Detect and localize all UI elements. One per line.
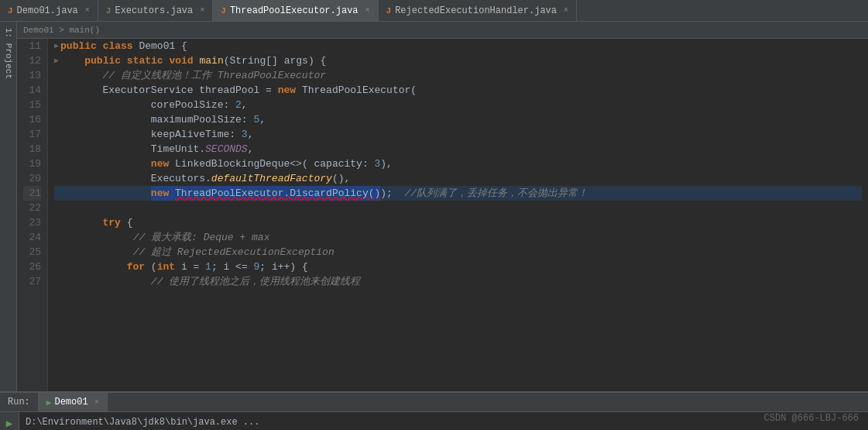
tab-run-label: Run: [0, 393, 39, 411]
tab-close-run[interactable]: × [94, 398, 99, 407]
code-line-24: ▶ // 最大承载: Deque + max [54, 230, 862, 245]
line-num-26: 26 [23, 260, 41, 274]
tab-executors[interactable]: J Executors.java × [98, 0, 213, 21]
line-num-21: 21 [23, 186, 41, 201]
line-num-19: 19 [23, 157, 41, 171]
line-num-16: 16 [23, 112, 41, 127]
line-num-27: 27 [23, 274, 41, 289]
line-num-25: 25 [23, 245, 41, 260]
fold-arrow-12[interactable]: ▶ [54, 53, 59, 68]
tab-icon-demo01: J [8, 6, 13, 15]
tab-bar: J Demo01.java × J Executors.java × J Thr… [0, 0, 868, 22]
line-num-12: 12 [23, 53, 41, 68]
line-num-14: 14 [23, 83, 41, 98]
code-line-26: for (int i = 1; i <= 9; i++) { [54, 260, 862, 274]
code-line-13: // 自定义线程池！工作 ThreadPoolExecutor [54, 68, 862, 83]
line-num-13: 13 [23, 68, 41, 83]
tab-demo01[interactable]: J Demo01.java × [0, 0, 98, 21]
code-line-16: maximumPoolSize: 5, [54, 112, 862, 127]
line-num-15: 15 [23, 98, 41, 112]
code-line-22 [54, 201, 862, 215]
tab-close-rejected[interactable]: × [564, 6, 568, 15]
tab-rejected[interactable]: J RejectedExecutionHandler.java × [379, 0, 577, 21]
code-line-14: ExecutorService threadPool = new ThreadP… [54, 83, 862, 98]
tab-close-demo01[interactable]: × [85, 6, 90, 15]
code-content: 11 12 13 14 15 16 17 18 19 20 21 22 23 2… [17, 39, 868, 391]
tab-threadpool[interactable]: J ThreadPoolExecutor.java × [213, 0, 378, 21]
code-lines[interactable]: ▶ public class Demo01 { ▶ public static … [48, 39, 868, 391]
code-line-20: Executors.defaultThreadFactory(), [54, 171, 862, 186]
run-button[interactable]: ▶ [2, 416, 16, 430]
tab-icon-executors: J [106, 6, 112, 15]
code-line-18: TimeUnit.SECONDS, [54, 142, 862, 157]
run-icon: ▶ [46, 397, 52, 408]
code-line-23: try { [54, 215, 862, 230]
code-editor: Demo01 > main() 11 12 13 14 15 16 17 18 … [17, 22, 868, 391]
tab-label-threadpool: ThreadPoolExecutor.java [230, 5, 359, 16]
line-num-22: 22 [23, 201, 41, 215]
line-num-18: 18 [23, 142, 41, 157]
main-area: 1: Project Demo01 > main() 11 12 13 14 1… [0, 22, 868, 391]
bottom-sidebar: ▶ ■ ↺ × ↓ ⚙ [0, 412, 19, 430]
tab-close-threadpool[interactable]: × [365, 6, 370, 15]
code-line-19: new LinkedBlockingDeque<>( capacity: 3), [54, 157, 862, 171]
breadcrumb: Demo01 > main() [17, 22, 868, 39]
tab-label-executors: Executors.java [115, 5, 193, 16]
tab-icon-rejected: J [386, 6, 392, 15]
code-line-11: ▶ public class Demo01 { [54, 39, 862, 53]
tab-label-rejected: RejectedExecutionHandler.java [395, 5, 557, 16]
line-num-23: 23 [23, 215, 41, 230]
code-line-25: ▶ // 超过 RejectedExecutionException [54, 245, 862, 260]
code-line-12: ▶ public static void main(String[] args)… [54, 53, 862, 68]
watermark: CSDN @666-LBJ-666 [764, 413, 859, 424]
run-output: D:\Environment\Java8\jdk8\bin\java.exe .… [19, 412, 868, 430]
run-label: Run: [8, 397, 30, 408]
code-line-15: corePoolSize: 2, [54, 98, 862, 112]
project-label: 1: Project [4, 28, 13, 79]
line-num-17: 17 [23, 127, 41, 142]
watermark-text: CSDN @666-LBJ-666 [764, 413, 859, 424]
line-num-24: 24 [23, 230, 41, 245]
tab-close-executors[interactable]: × [200, 6, 204, 15]
project-sidebar[interactable]: 1: Project [0, 22, 17, 391]
code-line-17: keepAliveTime: 3, [54, 127, 862, 142]
code-line-21: new ThreadPoolExecutor.DiscardPolicy());… [54, 186, 862, 201]
line-numbers: 11 12 13 14 15 16 17 18 19 20 21 22 23 2… [17, 39, 48, 391]
bottom-tabs: Run: ▶ Demo01 × [0, 393, 868, 412]
tab-label-demo01: Demo01.java [17, 5, 78, 16]
output-path: D:\Environment\Java8\jdk8\bin\java.exe .… [26, 415, 862, 429]
line-num-11: 11 [23, 39, 41, 53]
code-line-27: // 使用了线程池之后，使用线程池来创建线程 [54, 274, 862, 289]
line-num-20: 20 [23, 171, 41, 186]
tab-icon-threadpool: J [221, 6, 226, 15]
fold-arrow-11[interactable]: ▶ [54, 39, 59, 53]
demo01-run-label: Demo01 [54, 397, 87, 408]
bottom-panel: Run: ▶ Demo01 × ▶ ■ ↺ × ↓ ⚙ D:\Environme… [0, 391, 868, 430]
tab-demo01-run[interactable]: ▶ Demo01 × [39, 393, 108, 411]
breadcrumb-text: Demo01 > main() [23, 26, 100, 35]
bottom-content: ▶ ■ ↺ × ↓ ⚙ D:\Environment\Java8\jdk8\bi… [0, 412, 868, 430]
